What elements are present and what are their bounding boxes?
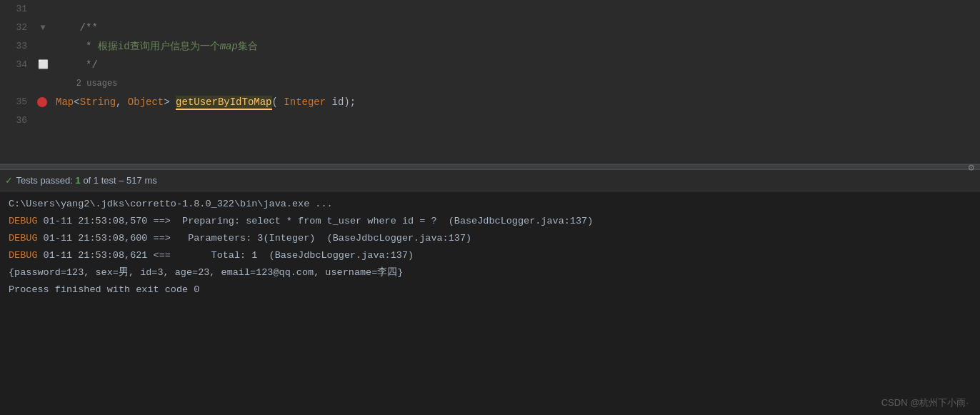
- code-line-31: 31: [0, 0, 980, 19]
- code-line-33: 33 * 根据id查询用户信息为一个map集合: [0, 37, 980, 56]
- line-number-31: 31: [0, 0, 36, 19]
- line-number-34: 34: [0, 56, 36, 74]
- gutter-34: ⬜: [36, 56, 50, 74]
- test-result-text: Tests passed: 1 of 1 test – 517 ms: [16, 175, 156, 186]
- code-content-33: * 根据id查询用户信息为一个map集合: [50, 37, 980, 56]
- console-path-line: C:\Users\yang2\.jdks\corretto-1.8.0_322\…: [9, 196, 980, 213]
- console-line-0: DEBUG 01-11 21:53:08,570 ==> Preparing: …: [9, 213, 980, 230]
- code-panel: 31 32 ▼ /** 33 * 根据id查询用户信息为一个map集合 34 ⬜: [0, 0, 980, 164]
- console-panel[interactable]: C:\Users\yang2\.jdks\corretto-1.8.0_322\…: [0, 191, 980, 415]
- code-line-32: 32 ▼ /**: [0, 19, 980, 37]
- test-label: Tests passed:: [16, 175, 75, 186]
- console-line-1: DEBUG 01-11 21:53:08,600 ==> Parameters:…: [9, 230, 980, 247]
- gutter-32: ▼: [36, 19, 50, 37]
- console-line-2: DEBUG 01-11 21:53:08,621 <== Total: 1 (B…: [9, 247, 980, 264]
- code-line-36: 36: [0, 111, 980, 130]
- code-line-34: 34 ⬜ */: [0, 56, 980, 74]
- bottom-area: C:\Users\yang2\.jdks\corretto-1.8.0_322\…: [0, 191, 980, 415]
- code-content-usages: 2 usages: [50, 74, 980, 93]
- code-lines: 31 32 ▼ /** 33 * 根据id查询用户信息为一个map集合 34 ⬜: [0, 0, 980, 130]
- code-content-34: */: [50, 56, 980, 74]
- fold-icon-32[interactable]: ▼: [40, 19, 45, 37]
- fold-icon-34[interactable]: ⬜: [38, 56, 49, 74]
- line-number-32: 32: [0, 19, 36, 37]
- code-line-35: 35 Map<String, Object> getUserByIdToMap(…: [0, 93, 980, 111]
- line-number-35: 35: [0, 93, 36, 111]
- console-line-5: Process finished with exit code 0: [9, 281, 980, 299]
- line-number-33: 33: [0, 37, 36, 56]
- test-suffix: of 1 test – 517 ms: [81, 175, 157, 186]
- code-content-35: Map<String, Object> getUserByIdToMap( In…: [50, 93, 980, 111]
- check-icon: ✓: [6, 174, 11, 186]
- watermark: CSDN @杭州下小雨·: [881, 396, 969, 409]
- divider-bar: ⚙: [0, 164, 980, 170]
- code-line-usages: 2 usages: [0, 74, 980, 93]
- test-result-bar: ✓ Tests passed: 1 of 1 test – 517 ms: [0, 170, 980, 191]
- console-line-3: {password=123, sex=男, id=3, age=23, emai…: [9, 264, 980, 281]
- line-number-36: 36: [0, 111, 36, 130]
- test-count: 1: [76, 175, 81, 186]
- code-content-32: /**: [50, 19, 980, 37]
- debug-dot-icon[interactable]: [37, 97, 47, 107]
